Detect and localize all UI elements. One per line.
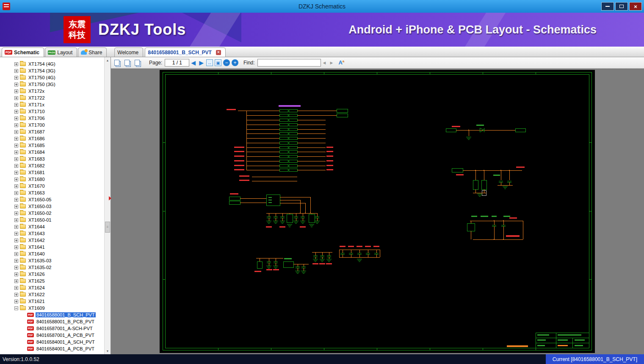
expand-icon[interactable]: [14, 62, 18, 66]
expand-icon[interactable]: [14, 252, 18, 256]
tree-item[interactable]: XT1685: [0, 142, 104, 149]
expand-icon[interactable]: [14, 89, 18, 93]
expand-icon[interactable]: [14, 211, 18, 215]
tree-item-label[interactable]: XT1754 (3G): [28, 68, 56, 73]
fit-width-icon[interactable]: ↔: [206, 59, 213, 66]
scroll-up-icon[interactable]: ▲: [105, 57, 111, 64]
duplicate-page-icon[interactable]: [124, 60, 130, 66]
tree-item[interactable]: XT1670: [0, 183, 104, 189]
tree-item[interactable]: XT1642: [0, 237, 104, 244]
tree-item-label[interactable]: XT1680: [28, 177, 46, 182]
schematic-page[interactable]: .w{stroke:#f08424;stroke-width:1;fill:no…: [160, 70, 595, 353]
tree-item-label[interactable]: XT1650-05: [28, 197, 52, 202]
tree-item[interactable]: XT1641: [0, 244, 104, 250]
tree-item[interactable]: PDF84016588001_B_SCH_PVT: [0, 311, 104, 318]
tree-item-label[interactable]: 84016584001_A_PCB_PVT: [36, 346, 95, 351]
tree-item-label[interactable]: XT1686: [28, 136, 46, 141]
tree-item[interactable]: XT1706: [0, 115, 104, 122]
tree-item-label[interactable]: XT1643: [28, 231, 46, 236]
tree-item[interactable]: XT1650-05: [0, 196, 104, 203]
tree-item-label[interactable]: XT1640: [28, 251, 46, 256]
tree-item-label[interactable]: XT1650-02: [28, 211, 52, 216]
tree-item[interactable]: XT1663: [0, 189, 104, 196]
previous-page-icon[interactable]: ◀: [191, 60, 196, 66]
expand-icon[interactable]: [14, 293, 18, 297]
tree-item-label[interactable]: XT1650-03: [28, 204, 52, 209]
expand-icon[interactable]: [14, 150, 18, 154]
expand-icon[interactable]: [14, 300, 18, 303]
close-button[interactable]: ×: [629, 2, 642, 11]
minimize-button[interactable]: [601, 2, 614, 11]
expand-icon[interactable]: [14, 157, 18, 161]
tree-item[interactable]: PDF84016584001_A_SCH_PVT: [0, 339, 104, 345]
tree-item[interactable]: XT171x: [0, 101, 104, 108]
tree-item[interactable]: XT1686: [0, 135, 104, 142]
tree-item-label[interactable]: XT171x: [28, 102, 45, 107]
expand-icon[interactable]: [14, 259, 18, 263]
expand-icon[interactable]: [14, 225, 18, 229]
tree-item[interactable]: XT1635-03: [0, 257, 104, 264]
splitter-collapse-arrow[interactable]: [109, 196, 111, 200]
tree-item-label[interactable]: XT1624: [28, 285, 46, 290]
tree-item-label[interactable]: XT1687: [28, 129, 46, 134]
tree-item[interactable]: XT1722: [0, 94, 104, 101]
expand-icon[interactable]: [14, 130, 18, 134]
tab-schematic[interactable]: PDF Schematic: [2, 47, 44, 57]
find-next-icon[interactable]: ►: [329, 60, 334, 65]
tree-item[interactable]: XT1684: [0, 149, 104, 156]
tree-item[interactable]: PDF84016588001_B_PCB_PVT: [0, 318, 104, 325]
expand-icon[interactable]: [14, 218, 18, 222]
tree-item-label[interactable]: 84016587001_A-SCH-PVT: [36, 326, 94, 331]
tree-scrollbar[interactable]: ▲ ≡ ▼: [104, 57, 111, 354]
tree-item[interactable]: XT1643: [0, 230, 104, 237]
tree-item-label[interactable]: XT1622: [28, 292, 46, 297]
tree-item-label[interactable]: XT1684: [28, 150, 46, 155]
scroll-down-icon[interactable]: ▼: [105, 348, 111, 354]
tree-item[interactable]: XT1754 (3G): [0, 67, 104, 74]
tree-item-label[interactable]: XT1710: [28, 109, 46, 114]
expand-icon[interactable]: [14, 232, 18, 236]
tree-item[interactable]: XT1683: [0, 156, 104, 162]
tree-item[interactable]: XT1750 (4G): [0, 74, 104, 81]
tree-item-label[interactable]: 84016588001_B_PCB_PVT: [36, 319, 95, 324]
copy-page-icon[interactable]: [114, 60, 119, 66]
tree-item[interactable]: PDF84016587001_A_PCB_PVT: [0, 332, 104, 339]
tree-item-label[interactable]: XT1650-01: [28, 217, 52, 222]
tree-item-label[interactable]: XT1621: [28, 299, 46, 304]
fit-page-icon[interactable]: ▣: [215, 59, 221, 66]
font-size-icon[interactable]: Aa: [338, 59, 344, 66]
doc-tab-welcome[interactable]: Welcome: [114, 47, 143, 57]
expand-icon[interactable]: [14, 137, 18, 141]
expand-icon[interactable]: [14, 110, 18, 114]
next-page-icon[interactable]: ▶: [199, 60, 204, 66]
maximize-button[interactable]: [615, 2, 628, 11]
tree-item[interactable]: XT1710: [0, 108, 104, 115]
tree-item[interactable]: XT1640: [0, 250, 104, 257]
tree-item[interactable]: XT1625: [0, 278, 104, 284]
expand-icon[interactable]: [14, 164, 18, 168]
expand-icon[interactable]: [14, 123, 18, 127]
tree-item-label[interactable]: XT1625: [28, 278, 46, 283]
tree-item[interactable]: XT172x: [0, 88, 104, 94]
tree-item-label[interactable]: XT1609: [28, 306, 46, 311]
expand-icon[interactable]: [14, 191, 18, 195]
expand-icon[interactable]: [14, 96, 18, 100]
tree-item-label[interactable]: XT1722: [28, 95, 46, 100]
scrollbar-thumb[interactable]: ≡: [105, 222, 110, 233]
collapse-icon[interactable]: [14, 306, 18, 310]
close-tab-icon[interactable]: ×: [216, 50, 221, 55]
tree-item[interactable]: XT1622: [0, 291, 104, 298]
tree-item-label[interactable]: XT1641: [28, 245, 46, 250]
tree-item[interactable]: XT1644: [0, 223, 104, 230]
tree-item-label[interactable]: XT1750 (4G): [28, 75, 56, 80]
expand-icon[interactable]: [14, 272, 18, 276]
expand-icon[interactable]: [14, 239, 18, 242]
expand-icon[interactable]: [14, 69, 18, 73]
zoom-in-icon[interactable]: +: [232, 59, 238, 66]
tree-item-label[interactable]: XT1681: [28, 170, 46, 175]
find-previous-icon[interactable]: ◄: [322, 60, 327, 65]
expand-icon[interactable]: [14, 245, 18, 249]
tree-item-label[interactable]: XT1683: [28, 156, 46, 161]
expand-icon[interactable]: [14, 286, 18, 290]
tree-item[interactable]: XT1682: [0, 162, 104, 169]
